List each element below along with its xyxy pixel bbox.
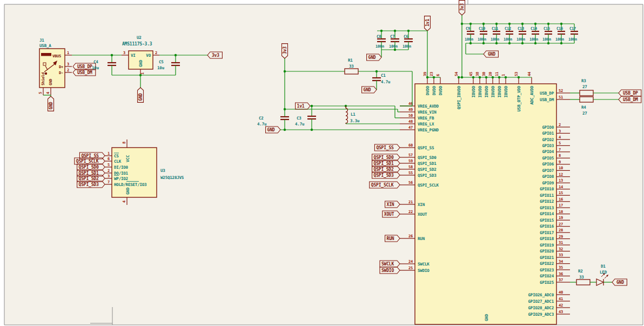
pin-name: XIN [418,202,425,207]
pin-name: GPIO18 [540,236,554,241]
junction [485,76,487,78]
global-label-text: USB_DM [77,70,92,75]
pin-number: 43 [559,310,563,314]
pin-name: GPIO28_ADC2 [528,305,554,310]
pin-number: 29 [559,235,563,239]
pin-name: SWDIO [418,268,430,273]
pin-number: 2 [67,68,69,72]
pin-name: GPIO20 [540,249,554,254]
pin-number: 9 [559,160,561,164]
power-label-text: GND [49,102,53,109]
global-label-text: QSPI_SCLK [76,159,99,164]
power-label-text: GND [138,93,143,101]
pin-name: DVDD [425,85,430,95]
pin-number: 5 [108,163,110,167]
junction [311,129,313,131]
global-label-text: XIN [387,202,394,207]
junction [380,30,383,32]
pin-number: 3 [559,129,561,134]
pin-number: 8 [122,142,126,144]
schematic-canvas[interactable]: J1USB_AVBUS13D+2D-ShieldGND54GNDUSB_DPUS… [0,0,644,326]
ref-c8: C8 [377,34,381,39]
pin-name: GPIO19 [540,243,554,248]
ref-bank: C9 [466,26,470,31]
value-bank: 100n [542,37,551,42]
pin-number: 11 [495,72,499,76]
junction [472,76,474,78]
pin-name: GPIO17 [540,230,554,235]
pin-name: SWCLK [418,262,430,267]
pin-name: GPIO12 [540,199,554,204]
pin-name: IOVDD [471,85,476,97]
value-c8: 100n [375,44,384,49]
pin-number: 22 [408,210,413,214]
pin-number: 37 [559,278,563,282]
pin-name: CLK [114,159,122,164]
global-label-text: USB_DP [623,91,638,96]
global-label-text: GND [267,128,275,132]
ref-bank: C15 [544,26,550,31]
junction [284,129,286,131]
pin-number: 16 [559,197,563,202]
ref-bank: C16 [556,26,563,31]
schematic-sheet: J1USB_AVBUS13D+2D-ShieldGND54GNDUSB_DPUS… [0,0,644,326]
pin-name: RUN [418,236,425,241]
pin-number: 21 [408,200,413,204]
power-label-text: 1v1 [425,19,430,26]
global-label-text: GND [368,55,376,60]
value-c7: 100n [389,44,398,49]
ref-u2: U2 [137,35,142,40]
global-label-text: QSPI_SD0 [79,165,99,170]
junction [461,76,463,78]
pin-name: IOVDD [491,85,495,97]
value-bank: 100n [465,37,473,42]
pin-number: 50 [408,114,413,118]
pin-number: 57 [408,153,413,157]
pin-number: 30 [482,72,486,76]
pin-number: 38 [475,72,480,76]
pin-number: 14 [559,185,563,189]
pin-name: GPIO23 [540,268,554,272]
ref-u3: U3 [160,168,165,173]
value-bank: 100n [491,37,499,42]
pin-number: 15 [559,191,563,195]
pin-name: VREG_PGND [418,128,439,132]
pin-name: GPIO5 [542,156,554,161]
pin-number: 55 [408,171,413,175]
pin-number: 12 [559,172,563,177]
ref-c2: C2 [259,116,264,121]
text-label: D+ [59,65,63,69]
pin-number: 34 [559,260,563,264]
value-d1: LED [600,270,607,275]
pin-number: 3 [123,51,125,55]
pin-name: GPIO6 [542,162,554,167]
pin-number: 51 [559,95,563,99]
value-r1: 33 [349,64,354,69]
pin-name: QSPI_SD2 [418,167,437,172]
pin-number: 41 [559,297,563,301]
global-label-text: SWDIO [381,268,394,273]
ref-l1: L1 [351,112,355,117]
pin-number: 6 [436,74,440,76]
pin-number: 32 [559,247,563,251]
pin-number: 45 [469,72,473,76]
pin-name: DI/IO0 [114,165,129,170]
value-c3: 4.7u [295,122,304,127]
pin-number: 58 [408,165,413,169]
value-j1: USB_A [39,43,51,48]
pin-number: 25 [408,266,413,270]
junction [508,23,511,25]
pin-name: IOVDD [504,85,508,97]
pin-name: GPIO29_ADC3 [528,312,554,317]
text-label: VCC [125,155,130,162]
pin-number: 1 [501,74,506,76]
pin-number: 7 [108,180,110,184]
value-u3: W25Q128JVS [160,175,184,180]
symbol-mcu[interactable] [415,84,556,324]
global-label-text: XOUT [384,212,394,217]
pin-name-gnd: GND [484,314,489,321]
pin-name: GPIO16 [540,224,554,229]
junction [394,30,396,32]
junction [505,76,507,78]
value-c2: 4.7u [257,122,266,127]
